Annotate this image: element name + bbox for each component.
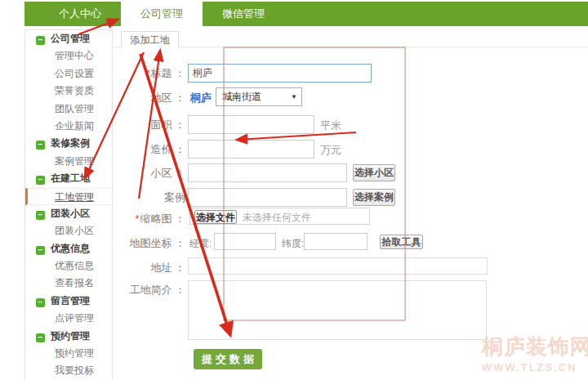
price-input[interactable] (188, 140, 314, 159)
sidebar-header-discount-info[interactable]: −优惠信息 (25, 240, 112, 257)
case-label: 案例 (114, 190, 185, 205)
sidebar-item-group-community[interactable]: 团装小区 (25, 222, 112, 239)
sidebar-header-message-management[interactable]: −留言管理 (25, 293, 112, 310)
street-select[interactable]: 城南街道 ▼ (216, 87, 302, 106)
title-input[interactable] (188, 64, 372, 83)
choose-file-button[interactable]: 选择文件 (194, 210, 237, 224)
sidebar-item-discount-info[interactable]: 优惠信息 (25, 257, 112, 275)
sidebar-label: 团装小区 (51, 208, 90, 219)
sidebar: −公司管理 管理中心 公司设置 荣誉资质 团队管理 企业新闻 −装修案例 案例管… (24, 29, 113, 380)
latitude-label: 纬度: (282, 237, 304, 251)
sidebar-item-my-bids[interactable]: 我要投标 (25, 362, 112, 379)
required-mark: * (136, 213, 140, 225)
choose-case-button[interactable]: 选择案例 (353, 189, 395, 206)
chevron-down-icon: ▼ (291, 88, 297, 105)
title-label: *标题 ： (114, 66, 185, 81)
watermark-url: WWW.TLZS.CN (482, 361, 588, 373)
case-input[interactable] (188, 188, 347, 207)
sidebar-item-booking-management[interactable]: 预约管理 (25, 345, 112, 362)
community-input[interactable] (188, 163, 347, 182)
sidebar-item-case-management[interactable]: 案例管理 (25, 153, 112, 170)
label-text: 缩略图 ： (140, 212, 185, 225)
collapse-icon[interactable]: − (36, 36, 45, 45)
required-mark: * (146, 68, 150, 79)
sidebar-item-management-center[interactable]: 管理中心 (25, 47, 112, 65)
community-label: 小区 ： (114, 166, 185, 181)
topnav-tab-wechat-management[interactable]: 微信管理 (203, 2, 284, 26)
label-text: 标题 ： (150, 67, 185, 79)
sidebar-header-group-communities[interactable]: −团装小区 (25, 205, 112, 222)
collapse-icon[interactable]: − (36, 246, 45, 255)
sidebar-item-honors[interactable]: 荣誉资质 (25, 83, 112, 100)
top-navbar: 个人中心 公司管理 微信管理 (24, 2, 588, 26)
coords-label: 地图坐标 ： (114, 236, 185, 251)
longitude-label: 经度: (189, 237, 212, 251)
area-label: 面积 ： (114, 118, 185, 132)
sidebar-item-company-news[interactable]: 企业新闻 (25, 118, 112, 135)
sidebar-label: 留言管理 (51, 295, 90, 306)
area-unit: 平米 (320, 118, 341, 133)
sidebar-item-company-settings[interactable]: 公司设置 (25, 65, 112, 83)
pick-coords-tool-button[interactable]: 拾取工具 (380, 235, 423, 249)
collapse-icon[interactable]: − (36, 176, 45, 185)
longitude-input[interactable] (214, 233, 276, 250)
content-panel-border (112, 47, 588, 47)
topnav-tab-personal-center[interactable]: 个人中心 (39, 2, 121, 26)
sidebar-label: 在建工地 (51, 172, 90, 184)
sidebar-item-team-management[interactable]: 团队管理 (25, 101, 112, 118)
collapse-icon[interactable]: − (36, 211, 45, 220)
address-label: 地址 ： (114, 261, 185, 275)
file-upload-field[interactable]: 选择文件 未选择任何文件 (189, 208, 370, 225)
sidebar-label: 预约管理 (51, 330, 90, 342)
sidebar-label: 公司管理 (51, 33, 90, 44)
collapse-icon[interactable]: − (36, 141, 45, 150)
region-city-link[interactable]: 桐庐 (190, 91, 212, 105)
topnav-tab-company-management[interactable]: 公司管理 (121, 2, 203, 26)
price-unit: 万元 (320, 143, 341, 158)
intro-label: 工地简介 ： (114, 283, 185, 297)
region-label: 地区 ： (114, 91, 185, 105)
collapse-icon[interactable]: − (36, 298, 45, 307)
address-input[interactable] (188, 257, 488, 275)
file-status-text: 未选择任何文件 (243, 211, 311, 225)
watermark: 桐庐装饰网 WWW.TLZS.CN (482, 333, 588, 373)
price-label: 造价 ： (114, 142, 185, 157)
sidebar-header-company-management[interactable]: −公司管理 (25, 30, 112, 47)
watermark-site-name: 桐庐装饰网 (482, 333, 588, 361)
sidebar-item-view-signups[interactable]: 查看报名 (25, 275, 112, 292)
sidebar-header-decoration-cases[interactable]: −装修案例 (25, 135, 112, 152)
collapse-icon[interactable]: − (36, 333, 45, 342)
choose-community-button[interactable]: 选择小区 (353, 164, 395, 181)
sidebar-item-site-management[interactable]: 工地管理 (25, 188, 112, 205)
submit-button[interactable]: 提交数据 (194, 349, 262, 369)
intro-textarea[interactable] (188, 280, 487, 340)
street-select-value: 城南街道 (222, 91, 261, 102)
latitude-input[interactable] (304, 233, 368, 250)
sidebar-header-construction-sites[interactable]: −在建工地 (25, 170, 112, 187)
sidebar-label: 优惠信息 (51, 243, 90, 254)
tab-add-site[interactable]: 添加工地 (121, 31, 179, 47)
sidebar-label: 装修案例 (51, 137, 90, 149)
thumbnail-label: *缩略图 ： (114, 212, 185, 226)
area-input[interactable] (188, 115, 314, 134)
sidebar-header-booking-management[interactable]: −预约管理 (25, 328, 112, 345)
sidebar-item-review-management[interactable]: 点评管理 (25, 310, 112, 327)
